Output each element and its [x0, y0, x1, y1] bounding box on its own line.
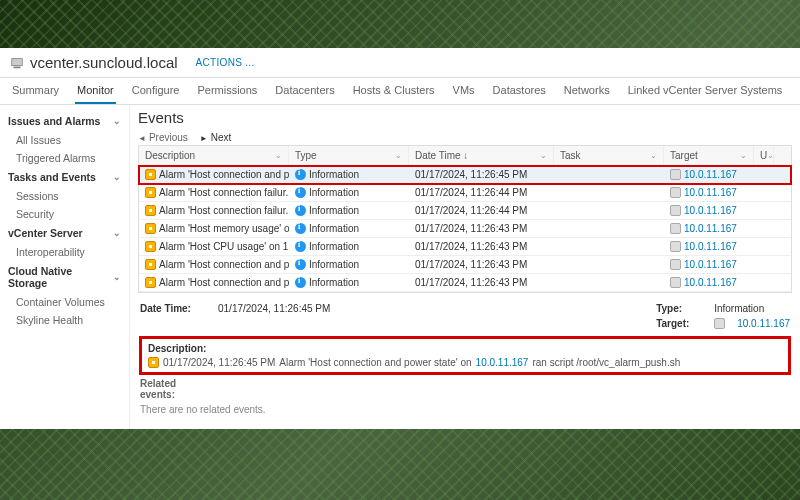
rel-body: There are no related events. — [140, 400, 790, 419]
event-details: Date Time: 01/17/2024, 11:26:45 PM Type:… — [138, 303, 792, 419]
target-label: Target: — [656, 318, 702, 329]
table-row[interactable]: Alarm 'Host connection failur...Informat… — [139, 202, 791, 220]
info-icon — [295, 169, 306, 180]
table-row[interactable]: Alarm 'Host connection and p...Informati… — [139, 256, 791, 274]
title-bar: vcenter.suncloud.local ACTIONS ... — [0, 48, 800, 78]
sidebar-tasks-and-events[interactable]: Tasks and Events⌄ — [0, 167, 129, 187]
sidebar-all-issues[interactable]: All Issues — [0, 131, 129, 149]
tab-summary[interactable]: Summary — [10, 78, 61, 104]
section-title: Events — [138, 109, 792, 126]
sidebar-container-volumes[interactable]: Container Volumes — [0, 293, 129, 311]
host-icon — [670, 277, 681, 288]
table-row[interactable]: Alarm 'Host CPU usage' on 1...Informatio… — [139, 238, 791, 256]
page-title: vcenter.suncloud.local — [30, 54, 178, 71]
col-date-time[interactable]: Date Time ↓⌄ — [409, 146, 554, 165]
next-button[interactable]: Next — [200, 132, 231, 143]
svg-rect-0 — [12, 58, 23, 65]
host-icon — [670, 205, 681, 216]
tab-datastores[interactable]: Datastores — [491, 78, 548, 104]
description-box: Description: 01/17/2024, 11:26:45 PM Ala… — [140, 337, 790, 374]
tab-linked-vcenter-server-systems[interactable]: Linked vCenter Server Systems — [626, 78, 785, 104]
app-window: vcenter.suncloud.local ACTIONS ... Summa… — [0, 48, 800, 429]
tab-networks[interactable]: Networks — [562, 78, 612, 104]
host-icon — [670, 223, 681, 234]
svg-rect-1 — [14, 66, 21, 68]
alarm-icon — [145, 241, 156, 252]
alarm-icon — [145, 259, 156, 270]
host-icon — [670, 187, 681, 198]
vcenter-icon — [10, 56, 24, 70]
type-label: Type: — [656, 303, 702, 314]
sidebar: Issues and Alarms⌄All IssuesTriggered Al… — [0, 105, 130, 429]
tab-vms[interactable]: VMs — [451, 78, 477, 104]
info-icon — [295, 259, 306, 270]
col-target[interactable]: Target⌄ — [664, 146, 754, 165]
tab-hosts-&-clusters[interactable]: Hosts & Clusters — [351, 78, 437, 104]
sidebar-security[interactable]: Security — [0, 205, 129, 223]
col-description[interactable]: Description⌄ — [139, 146, 289, 165]
desc-host-link[interactable]: 10.0.11.167 — [476, 357, 529, 368]
rel-label: Related events: — [140, 378, 210, 400]
tab-monitor[interactable]: Monitor — [75, 78, 116, 104]
desc-pre: Alarm 'Host connection and power state' … — [279, 357, 471, 368]
col-task[interactable]: Task⌄ — [554, 146, 664, 165]
sidebar-interoperability[interactable]: Interoperability — [0, 243, 129, 261]
info-icon — [295, 205, 306, 216]
host-icon — [714, 318, 725, 329]
host-icon — [670, 241, 681, 252]
alarm-icon — [145, 187, 156, 198]
info-icon — [295, 277, 306, 288]
related-events: Related events: There are no related eve… — [140, 378, 790, 419]
sidebar-triggered-alarms[interactable]: Triggered Alarms — [0, 149, 129, 167]
alarm-icon — [148, 357, 159, 368]
main-content: Events Previous Next Description⌄Type⌄Da… — [130, 105, 800, 429]
alarm-icon — [145, 205, 156, 216]
tab-bar: SummaryMonitorConfigurePermissionsDatace… — [0, 78, 800, 105]
desc-post: ran script /root/vc_alarm_push.sh — [532, 357, 680, 368]
info-icon — [295, 241, 306, 252]
host-icon — [670, 169, 681, 180]
col-u[interactable]: U⌄ — [754, 146, 774, 165]
table-header: Description⌄Type⌄Date Time ↓⌄Task⌄Target… — [139, 146, 791, 166]
pager: Previous Next — [138, 132, 792, 143]
target-link[interactable]: 10.0.11.167 — [737, 318, 790, 329]
type-value: Information — [714, 303, 764, 314]
alarm-icon — [145, 277, 156, 288]
tab-permissions[interactable]: Permissions — [195, 78, 259, 104]
prev-button[interactable]: Previous — [138, 132, 188, 143]
sidebar-issues-and-alarms[interactable]: Issues and Alarms⌄ — [0, 111, 129, 131]
info-icon — [295, 187, 306, 198]
table-row[interactable]: Alarm 'Host connection and p...Informati… — [139, 166, 791, 184]
tab-configure[interactable]: Configure — [130, 78, 182, 104]
actions-menu[interactable]: ACTIONS ... — [196, 57, 255, 68]
desc-time: 01/17/2024, 11:26:45 PM — [163, 357, 275, 368]
events-table: Description⌄Type⌄Date Time ↓⌄Task⌄Target… — [138, 145, 792, 293]
col-type[interactable]: Type⌄ — [289, 146, 409, 165]
tab-datacenters[interactable]: Datacenters — [273, 78, 336, 104]
content-body: Issues and Alarms⌄All IssuesTriggered Al… — [0, 105, 800, 429]
table-body: Alarm 'Host connection and p...Informati… — [139, 166, 791, 292]
datetime-label: Date Time: — [140, 303, 210, 329]
desc-label: Description: — [148, 343, 218, 354]
datetime-value: 01/17/2024, 11:26:45 PM — [218, 303, 330, 329]
info-icon — [295, 223, 306, 234]
sidebar-cloud-native-storage[interactable]: Cloud Native Storage⌄ — [0, 261, 129, 293]
sidebar-sessions[interactable]: Sessions — [0, 187, 129, 205]
alarm-icon — [145, 223, 156, 234]
alarm-icon — [145, 169, 156, 180]
sidebar-vcenter-server[interactable]: vCenter Server⌄ — [0, 223, 129, 243]
table-row[interactable]: Alarm 'Host connection failur...Informat… — [139, 184, 791, 202]
desc-body: 01/17/2024, 11:26:45 PM Alarm 'Host conn… — [148, 357, 782, 368]
table-row[interactable]: Alarm 'Host connection and p...Informati… — [139, 274, 791, 292]
host-icon — [670, 259, 681, 270]
table-row[interactable]: Alarm 'Host memory usage' o...Informatio… — [139, 220, 791, 238]
sidebar-skyline-health[interactable]: Skyline Health — [0, 311, 129, 329]
